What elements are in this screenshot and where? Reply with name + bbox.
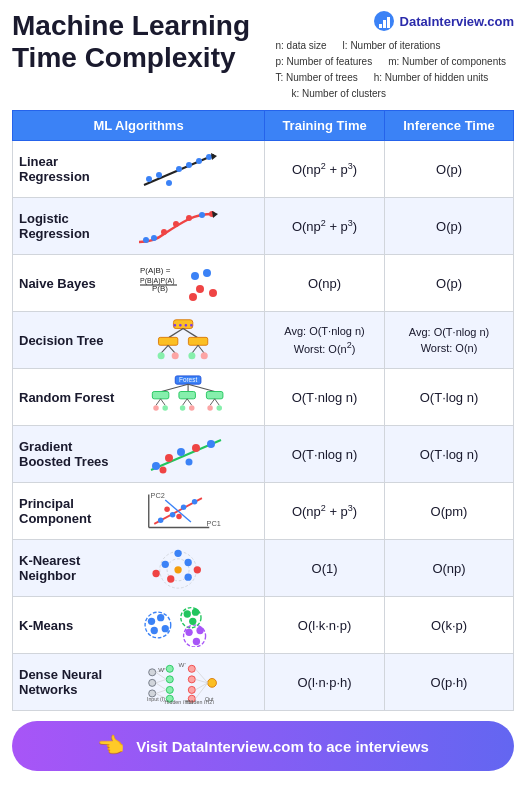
algo-visual: Input (I) Hidden (H1) Hidden (H2) Out W'… xyxy=(108,660,258,704)
brand-text: DataInterview.com xyxy=(400,14,514,29)
page-title: Machine Learning Time Complexity xyxy=(12,10,250,74)
cta-text: Visit DataInterview.com to ace interview… xyxy=(136,738,429,755)
svg-point-116 xyxy=(188,686,195,693)
table-row: K-Means O(l·k·n·p)O(k·p) xyxy=(13,597,514,654)
svg-marker-12 xyxy=(211,153,217,160)
svg-point-111 xyxy=(166,676,173,683)
svg-rect-34 xyxy=(158,337,177,345)
algo-name: GradientBoosted Trees xyxy=(19,439,109,469)
svg-text:PC2: PC2 xyxy=(151,491,165,500)
svg-line-51 xyxy=(161,399,166,405)
training-complexity: O(np2 + p3) xyxy=(265,141,385,198)
training-complexity: O(np2 + p3) xyxy=(265,483,385,540)
algo-visual xyxy=(115,432,258,476)
svg-rect-2 xyxy=(383,20,386,28)
col-header-training: Training Time xyxy=(265,111,385,141)
hand-icon: 👈 xyxy=(97,733,124,759)
svg-text:P(A|B) =: P(A|B) = xyxy=(140,266,171,275)
cta-button[interactable]: 👈 Visit DataInterview.com to ace intervi… xyxy=(12,721,514,771)
training-complexity: O(T·nlog n) xyxy=(265,369,385,426)
svg-line-56 xyxy=(187,399,192,405)
svg-point-118 xyxy=(208,678,217,687)
svg-point-97 xyxy=(148,618,155,625)
svg-point-80 xyxy=(181,505,187,511)
svg-point-99 xyxy=(151,627,158,634)
algo-name: Random Forest xyxy=(19,390,114,405)
training-complexity: Avg: O(T·nlog n)Worst: O(n2) xyxy=(265,312,385,369)
algo-visual xyxy=(100,546,258,590)
algo-cell: Random Forest Forest xyxy=(13,369,265,426)
svg-point-58 xyxy=(189,405,195,411)
svg-rect-54 xyxy=(179,392,196,399)
algo-visual: PC1 PC2 xyxy=(100,489,258,533)
svg-text:Out: Out xyxy=(205,696,214,702)
algo-cell: Decision Tree ● ● ● ● xyxy=(13,312,265,369)
svg-point-28 xyxy=(209,289,217,297)
svg-line-38 xyxy=(192,345,198,353)
algo-cell: K-Means xyxy=(13,597,265,654)
training-complexity: O(1) xyxy=(265,540,385,597)
algo-name: LinearRegression xyxy=(19,154,94,184)
svg-point-15 xyxy=(161,229,167,235)
svg-rect-59 xyxy=(207,392,223,399)
svg-point-43 xyxy=(201,352,208,359)
svg-point-57 xyxy=(180,405,186,411)
algo-cell: Naive Bayes P(A|B) = P(B|A)P(A) P(B) xyxy=(13,255,265,312)
table-row: LinearRegression O(np2 + p3)O(p) xyxy=(13,141,514,198)
inference-complexity: Avg: O(T·nlog n)Worst: O(n) xyxy=(385,312,514,369)
svg-line-122 xyxy=(156,683,167,690)
svg-point-71 xyxy=(186,459,193,466)
algo-name: Decision Tree xyxy=(19,333,104,348)
algo-visual xyxy=(100,147,258,191)
table-row: Dense NeuralNetworks xyxy=(13,654,514,711)
svg-point-107 xyxy=(149,669,156,676)
svg-point-114 xyxy=(188,665,195,672)
algo-name: LogisticRegression xyxy=(19,211,94,241)
algo-name: Naive Bayes xyxy=(19,276,96,291)
algo-cell: K-NearestNeighbor xyxy=(13,540,265,597)
training-complexity: O(T·nlog n) xyxy=(265,426,385,483)
algo-visual: ● ● ● ● xyxy=(110,318,259,362)
svg-point-69 xyxy=(207,440,215,448)
svg-marker-20 xyxy=(212,211,218,218)
svg-point-16 xyxy=(173,221,179,227)
svg-point-27 xyxy=(196,285,204,293)
algo-visual: Forest xyxy=(120,375,258,419)
svg-point-9 xyxy=(186,162,192,168)
inference-complexity: O(p) xyxy=(385,141,514,198)
svg-point-41 xyxy=(171,352,178,359)
svg-text:● ● ● ●: ● ● ● ● xyxy=(173,321,193,328)
svg-point-11 xyxy=(206,154,212,160)
svg-point-66 xyxy=(165,454,173,462)
svg-point-100 xyxy=(162,625,169,632)
svg-line-50 xyxy=(156,399,161,405)
inference-complexity: O(np) xyxy=(385,540,514,597)
algo-cell: PrincipalComponent PC1 PC2 xyxy=(13,483,265,540)
svg-point-29 xyxy=(189,293,197,301)
svg-point-62 xyxy=(208,405,214,411)
svg-point-102 xyxy=(192,609,199,616)
svg-point-88 xyxy=(185,559,192,566)
svg-point-18 xyxy=(199,212,205,218)
complexity-table: ML Algorithms Training Time Inference Ti… xyxy=(12,110,514,711)
svg-point-78 xyxy=(158,517,164,523)
svg-point-106 xyxy=(193,638,200,645)
svg-point-110 xyxy=(166,665,173,672)
svg-line-123 xyxy=(156,690,167,694)
table-row: PrincipalComponent PC1 PC2 O(np2 + p3)O(… xyxy=(13,483,514,540)
svg-point-91 xyxy=(152,570,159,577)
svg-point-5 xyxy=(146,176,152,182)
inference-complexity: O(T·log n) xyxy=(385,369,514,426)
svg-point-65 xyxy=(152,462,160,470)
svg-line-48 xyxy=(188,384,215,391)
algo-name: Dense NeuralNetworks xyxy=(19,667,102,697)
legend: n: data size l: Number of iterations p: … xyxy=(275,38,514,102)
svg-point-83 xyxy=(176,514,182,520)
svg-point-90 xyxy=(185,574,192,581)
algo-cell: Dense NeuralNetworks xyxy=(13,654,265,711)
svg-line-36 xyxy=(161,345,168,353)
inference-complexity: O(p) xyxy=(385,255,514,312)
inference-complexity: O(p·h) xyxy=(385,654,514,711)
algo-cell: LinearRegression xyxy=(13,141,265,198)
svg-line-39 xyxy=(198,345,204,353)
